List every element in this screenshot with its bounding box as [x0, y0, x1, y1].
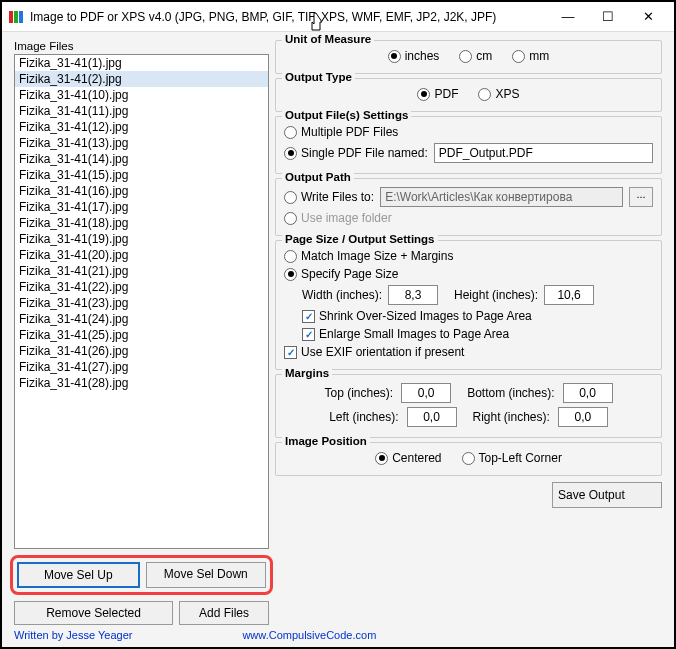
- window-title: Image to PDF or XPS v4.0 (JPG, PNG, BMP,…: [30, 10, 548, 24]
- margin-right-label: Right (inches):: [473, 410, 550, 424]
- radio-icon: [388, 50, 401, 63]
- radio-pdf[interactable]: PDF: [417, 87, 458, 101]
- list-item[interactable]: Fizika_31-41(18).jpg: [15, 215, 268, 231]
- list-item[interactable]: Fizika_31-41(17).jpg: [15, 199, 268, 215]
- checkbox-icon: [302, 328, 315, 341]
- radio-cm[interactable]: cm: [459, 49, 492, 63]
- radio-icon: [462, 452, 475, 465]
- list-item[interactable]: Fizika_31-41(16).jpg: [15, 183, 268, 199]
- radio-icon: [375, 452, 388, 465]
- margin-bottom-label: Bottom (inches):: [467, 386, 554, 400]
- save-output-button[interactable]: Save Output: [552, 482, 662, 508]
- radio-icon: [284, 126, 297, 139]
- output-file-settings-group: Output File(s) Settings Multiple PDF Fil…: [275, 116, 662, 174]
- list-item[interactable]: Fizika_31-41(27).jpg: [15, 359, 268, 375]
- unit-of-measure-group: Unit of Measure inches cm mm: [275, 40, 662, 74]
- list-item[interactable]: Fizika_31-41(1).jpg: [15, 55, 268, 71]
- image-files-label: Image Files: [14, 40, 269, 52]
- radio-icon: [284, 191, 297, 204]
- height-input[interactable]: [544, 285, 594, 305]
- margins-group: Margins Top (inches): Bottom (inches): L…: [275, 374, 662, 438]
- output-path-title: Output Path: [282, 171, 354, 183]
- remove-selected-button[interactable]: Remove Selected: [14, 601, 173, 625]
- margin-top-input[interactable]: [401, 383, 451, 403]
- radio-icon: [459, 50, 472, 63]
- move-buttons-row: Move Sel Up Move Sel Down: [10, 555, 273, 595]
- app-window: Image to PDF or XPS v4.0 (JPG, PNG, BMP,…: [0, 0, 676, 649]
- image-position-title: Image Position: [282, 435, 370, 447]
- check-exif[interactable]: Use EXIF orientation if present: [284, 345, 464, 359]
- radio-multiple-pdf[interactable]: Multiple PDF Files: [284, 125, 398, 139]
- checkbox-icon: [284, 346, 297, 359]
- list-item[interactable]: Fizika_31-41(2).jpg: [15, 71, 268, 87]
- svg-rect-1: [14, 11, 18, 23]
- list-item[interactable]: Fizika_31-41(13).jpg: [15, 135, 268, 151]
- margin-top-label: Top (inches):: [324, 386, 393, 400]
- radio-icon: [284, 147, 297, 160]
- list-item[interactable]: Fizika_31-41(26).jpg: [15, 343, 268, 359]
- radio-icon: [478, 88, 491, 101]
- list-item[interactable]: Fizika_31-41(22).jpg: [15, 279, 268, 295]
- maximize-button[interactable]: ☐: [588, 6, 628, 28]
- radio-icon: [417, 88, 430, 101]
- app-icon: [8, 9, 24, 25]
- radio-mm[interactable]: mm: [512, 49, 549, 63]
- browse-button[interactable]: ...: [629, 187, 653, 207]
- radio-top-left[interactable]: Top-Left Corner: [462, 451, 562, 465]
- minimize-button[interactable]: —: [548, 6, 588, 28]
- margin-right-input[interactable]: [558, 407, 608, 427]
- titlebar: Image to PDF or XPS v4.0 (JPG, PNG, BMP,…: [2, 2, 674, 32]
- output-type-title: Output Type: [282, 71, 355, 83]
- radio-single-pdf[interactable]: Single PDF File named:: [284, 146, 428, 160]
- list-item[interactable]: Fizika_31-41(20).jpg: [15, 247, 268, 263]
- margin-left-input[interactable]: [407, 407, 457, 427]
- margins-title: Margins: [282, 367, 332, 379]
- radio-icon: [284, 212, 297, 225]
- list-item[interactable]: Fizika_31-41(23).jpg: [15, 295, 268, 311]
- radio-inches[interactable]: inches: [388, 49, 440, 63]
- image-position-group: Image Position Centered Top-Left Corner: [275, 442, 662, 476]
- add-files-button[interactable]: Add Files: [179, 601, 269, 625]
- radio-xps[interactable]: XPS: [478, 87, 519, 101]
- move-sel-down-button[interactable]: Move Sel Down: [146, 562, 267, 588]
- radio-write-files-to[interactable]: Write Files to:: [284, 190, 374, 204]
- unit-title: Unit of Measure: [282, 33, 374, 45]
- list-item[interactable]: Fizika_31-41(15).jpg: [15, 167, 268, 183]
- check-shrink[interactable]: Shrink Over-Sized Images to Page Area: [302, 309, 532, 323]
- list-item[interactable]: Fizika_31-41(19).jpg: [15, 231, 268, 247]
- list-item[interactable]: Fizika_31-41(25).jpg: [15, 327, 268, 343]
- svg-rect-0: [9, 11, 13, 23]
- image-files-listbox[interactable]: Fizika_31-41(1).jpgFizika_31-41(2).jpgFi…: [14, 54, 269, 549]
- radio-use-image-folder[interactable]: Use image folder: [284, 211, 392, 225]
- list-item[interactable]: Fizika_31-41(21).jpg: [15, 263, 268, 279]
- output-path-group: Output Path Write Files to: ... Use imag…: [275, 178, 662, 236]
- width-input[interactable]: [388, 285, 438, 305]
- margin-bottom-input[interactable]: [563, 383, 613, 403]
- radio-specify-page-size[interactable]: Specify Page Size: [284, 267, 398, 281]
- radio-match-image-size[interactable]: Match Image Size + Margins: [284, 249, 453, 263]
- list-item[interactable]: Fizika_31-41(10).jpg: [15, 87, 268, 103]
- list-item[interactable]: Fizika_31-41(12).jpg: [15, 119, 268, 135]
- check-enlarge[interactable]: Enlarge Small Images to Page Area: [302, 327, 509, 341]
- svg-rect-2: [19, 11, 23, 23]
- radio-icon: [284, 250, 297, 263]
- output-filename-input[interactable]: [434, 143, 653, 163]
- checkbox-icon: [302, 310, 315, 323]
- close-button[interactable]: ✕: [628, 6, 668, 28]
- list-item[interactable]: Fizika_31-41(14).jpg: [15, 151, 268, 167]
- radio-centered[interactable]: Centered: [375, 451, 441, 465]
- output-type-group: Output Type PDF XPS: [275, 78, 662, 112]
- height-label: Height (inches):: [454, 288, 538, 302]
- author-link[interactable]: Written by Jesse Yeager: [14, 629, 132, 641]
- footer: Written by Jesse Yeager www.CompulsiveCo…: [2, 629, 674, 647]
- radio-icon: [512, 50, 525, 63]
- width-label: Width (inches):: [302, 288, 382, 302]
- list-item[interactable]: Fizika_31-41(24).jpg: [15, 311, 268, 327]
- output-path-input[interactable]: [380, 187, 623, 207]
- output-file-title: Output File(s) Settings: [282, 109, 411, 121]
- list-item[interactable]: Fizika_31-41(11).jpg: [15, 103, 268, 119]
- website-link[interactable]: www.CompulsiveCode.com: [242, 629, 376, 641]
- radio-icon: [284, 268, 297, 281]
- move-sel-up-button[interactable]: Move Sel Up: [17, 562, 140, 588]
- list-item[interactable]: Fizika_31-41(28).jpg: [15, 375, 268, 391]
